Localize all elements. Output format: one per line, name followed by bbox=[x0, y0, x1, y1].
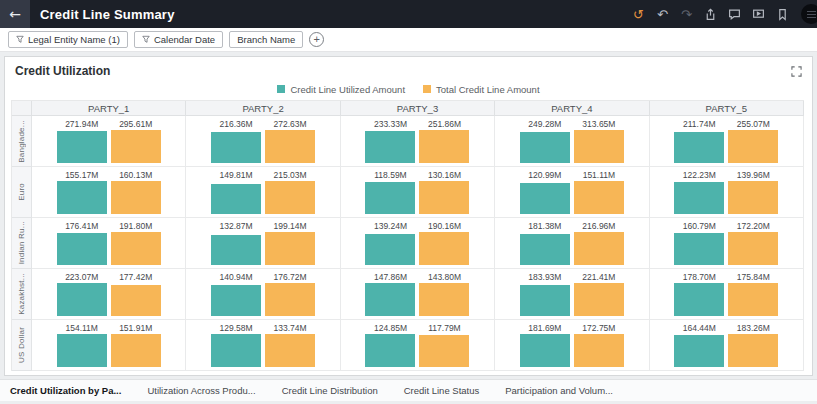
legend-item[interactable]: Total Credit Line Amount bbox=[423, 84, 540, 95]
total-bar[interactable] bbox=[574, 130, 624, 163]
total-bar[interactable] bbox=[728, 283, 778, 316]
utilized-bar[interactable] bbox=[365, 182, 415, 214]
total-bar[interactable] bbox=[111, 334, 161, 367]
total-bar[interactable] bbox=[574, 334, 624, 367]
utilized-bar[interactable] bbox=[674, 132, 724, 163]
utilized-bar[interactable] bbox=[211, 184, 261, 214]
canvas-tab[interactable]: Credit Utilization by Pa... bbox=[10, 385, 121, 396]
back-button[interactable]: ← bbox=[0, 0, 30, 28]
utilized-bar[interactable] bbox=[57, 334, 107, 367]
bar-value-label: 124.85M bbox=[365, 323, 415, 333]
filter-chip[interactable]: Calendar Date bbox=[134, 31, 223, 48]
share-icon[interactable] bbox=[701, 5, 720, 24]
utilized-bar[interactable] bbox=[57, 181, 107, 214]
utilized-bar[interactable] bbox=[211, 334, 261, 367]
utilized-bar[interactable] bbox=[57, 233, 107, 265]
canvas-tab[interactable]: Credit Line Distribution bbox=[282, 385, 378, 396]
total-bar[interactable] bbox=[111, 232, 161, 265]
legend-item[interactable]: Credit Line Utilized Amount bbox=[277, 84, 405, 95]
legend-label: Total Credit Line Amount bbox=[436, 84, 540, 95]
bar-value-label: 176.41M bbox=[57, 221, 107, 231]
undo-icon[interactable]: ↶ bbox=[653, 5, 672, 24]
bar-value-labels: 271.94M295.61M bbox=[32, 119, 185, 129]
page-title: Credit Line Summary bbox=[40, 7, 175, 22]
bar-value-label: 155.17M bbox=[57, 170, 107, 180]
total-bar[interactable] bbox=[265, 232, 315, 265]
total-bar[interactable] bbox=[265, 283, 315, 316]
total-bar[interactable] bbox=[265, 130, 315, 163]
total-bar[interactable] bbox=[265, 334, 315, 367]
total-bar[interactable] bbox=[574, 232, 624, 265]
maximize-icon[interactable] bbox=[791, 66, 802, 77]
total-bar[interactable] bbox=[111, 181, 161, 214]
utilized-bar[interactable] bbox=[365, 234, 415, 265]
bar-value-labels: 140.94M176.72M bbox=[186, 272, 339, 282]
total-bar[interactable] bbox=[419, 130, 469, 163]
total-bar[interactable] bbox=[574, 283, 624, 316]
filter-chip[interactable]: Legal Entity Name (1) bbox=[8, 31, 128, 48]
chart-cell: 149.81M215.03M bbox=[186, 167, 340, 218]
utilized-bar[interactable] bbox=[520, 183, 570, 214]
chart-cell: 183.93M221.41M bbox=[495, 269, 649, 320]
total-bar[interactable] bbox=[574, 181, 624, 214]
bar-value-label: 120.99M bbox=[520, 170, 570, 180]
utilized-bar[interactable] bbox=[520, 334, 570, 367]
bar-value-label: 122.23M bbox=[674, 170, 724, 180]
chart-legend: Credit Line Utilized AmountTotal Credit … bbox=[5, 80, 812, 98]
utilized-bar[interactable] bbox=[365, 283, 415, 316]
bar-value-label: 271.94M bbox=[57, 119, 107, 129]
total-bar[interactable] bbox=[111, 130, 161, 163]
bar-value-labels: 233.33M251.86M bbox=[341, 119, 494, 129]
history-icon[interactable]: ↺ bbox=[629, 5, 648, 24]
utilized-bar[interactable] bbox=[674, 335, 724, 367]
total-bar[interactable] bbox=[419, 335, 469, 367]
utilized-bar[interactable] bbox=[211, 285, 261, 316]
utilized-bar[interactable] bbox=[520, 132, 570, 163]
filter-chip-label: Legal Entity Name (1) bbox=[28, 34, 120, 45]
total-bar[interactable] bbox=[419, 283, 469, 316]
canvas-tab[interactable]: Credit Line Status bbox=[404, 385, 480, 396]
profile-menu[interactable] bbox=[801, 4, 817, 24]
grid-corner bbox=[12, 101, 32, 116]
canvas-tab[interactable]: Participation and Volum... bbox=[505, 385, 613, 396]
utilized-bar[interactable] bbox=[365, 131, 415, 163]
bar-value-label: 160.13M bbox=[111, 170, 161, 180]
total-bar[interactable] bbox=[728, 334, 778, 367]
bar-value-label: 191.80M bbox=[111, 221, 161, 231]
total-bar[interactable] bbox=[728, 232, 778, 265]
comments-icon[interactable] bbox=[725, 5, 744, 24]
utilized-bar[interactable] bbox=[57, 131, 107, 163]
utilized-bar[interactable] bbox=[520, 285, 570, 316]
utilized-bar[interactable] bbox=[520, 234, 570, 265]
utilized-bar[interactable] bbox=[674, 283, 724, 316]
present-icon[interactable] bbox=[749, 5, 768, 24]
total-bar[interactable] bbox=[265, 181, 315, 214]
utilized-bar[interactable] bbox=[57, 283, 107, 316]
chart-cell: 155.17M160.13M bbox=[32, 167, 186, 218]
bar-group bbox=[495, 283, 648, 316]
filter-chip[interactable]: Branch Name bbox=[229, 31, 303, 48]
total-bar[interactable] bbox=[419, 181, 469, 214]
filter-chips: Legal Entity Name (1)Calendar DateBranch… bbox=[8, 31, 303, 48]
utilized-bar[interactable] bbox=[674, 182, 724, 214]
utilized-bar[interactable] bbox=[211, 235, 261, 265]
total-bar[interactable] bbox=[111, 285, 161, 316]
redo-icon[interactable]: ↷ bbox=[677, 5, 696, 24]
total-bar[interactable] bbox=[728, 181, 778, 214]
chart-cell: 181.38M216.96M bbox=[495, 218, 649, 269]
bar-group bbox=[186, 181, 339, 214]
bar-value-label: 199.14M bbox=[265, 221, 315, 231]
total-bar[interactable] bbox=[419, 232, 469, 265]
bookmark-icon[interactable] bbox=[773, 5, 792, 24]
chart-cell: 216.36M272.63M bbox=[186, 116, 340, 167]
utilized-bar[interactable] bbox=[211, 132, 261, 163]
utilized-bar[interactable] bbox=[365, 334, 415, 367]
total-bar[interactable] bbox=[728, 130, 778, 163]
add-filter-button[interactable]: + bbox=[309, 32, 324, 47]
utilized-bar[interactable] bbox=[674, 233, 724, 265]
canvas-tab[interactable]: Utilization Across Produ... bbox=[147, 385, 255, 396]
bar-value-labels: 154.11M151.91M bbox=[32, 323, 185, 333]
bar-value-label: 175.84M bbox=[728, 272, 778, 282]
bar-value-labels: 223.07M177.42M bbox=[32, 272, 185, 282]
column-header: PARTY_4 bbox=[495, 101, 649, 116]
